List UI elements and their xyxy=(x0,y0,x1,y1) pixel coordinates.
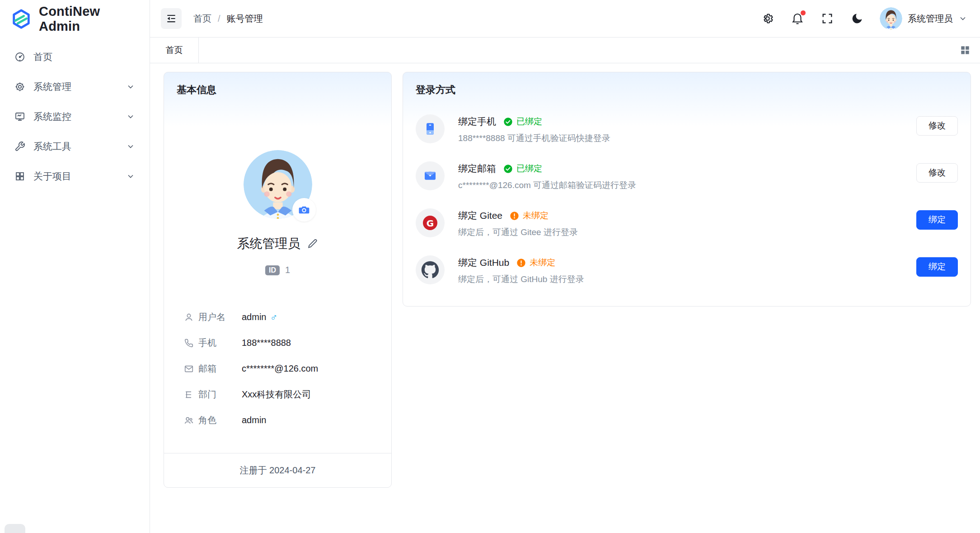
tab-home[interactable]: 首页 xyxy=(150,38,199,63)
settings-icon xyxy=(14,81,25,92)
sidebar-item-about-project[interactable]: 关于项目 xyxy=(5,162,144,190)
card-title: 登录方式 xyxy=(403,72,971,97)
login-method-github: 绑定 GitHub 未绑定 绑定后，可通过 GitHub 进行登录 绑定 xyxy=(416,255,958,285)
tab-bar-actions xyxy=(959,38,980,63)
user-icon xyxy=(184,312,194,322)
status-badge: 已绑定 xyxy=(516,163,542,175)
sidebar-item-label: 系统监控 xyxy=(33,110,118,123)
tab-label: 首页 xyxy=(166,44,183,56)
sidebar-item-label: 关于项目 xyxy=(33,170,118,183)
change-avatar-button[interactable] xyxy=(292,198,316,222)
logo-icon xyxy=(11,9,32,29)
sidebar-item-label: 系统管理 xyxy=(33,80,118,93)
field-value: Xxx科技有限公司 xyxy=(242,388,311,401)
dashboard-icon xyxy=(14,52,25,62)
mail-app-icon xyxy=(416,161,445,190)
notification-badge xyxy=(801,10,806,15)
male-icon: ♂ xyxy=(270,312,277,322)
sidebar-item-home[interactable]: 首页 xyxy=(5,43,144,71)
login-method-title: 绑定邮箱 xyxy=(458,162,496,175)
id-badge: ID xyxy=(265,265,280,275)
profile-fields: 用户名 admin ♂ 手机 188****8888 xyxy=(164,304,391,433)
logo[interactable]: ContiNew Admin xyxy=(0,0,150,38)
id-value: 1 xyxy=(285,265,290,275)
field-label: 手机 xyxy=(198,337,216,349)
status-badge: 未绑定 xyxy=(523,210,549,222)
field-value: c********@126.com xyxy=(242,363,318,374)
status-badge: 未绑定 xyxy=(530,257,555,269)
menu-fold-icon xyxy=(165,13,177,24)
sidebar-item-label: 系统工具 xyxy=(33,140,118,153)
settings-button[interactable] xyxy=(760,11,775,26)
check-circle-icon xyxy=(503,164,513,174)
registered-date: 注册于 2024-04-27 xyxy=(164,453,391,487)
field-phone: 手机 188****8888 xyxy=(184,330,391,356)
field-value: admin xyxy=(242,415,266,425)
login-method-desc: 绑定后，可通过 Gitee 进行登录 xyxy=(458,226,903,238)
apps-icon xyxy=(14,171,25,182)
app-window: ContiNew Admin 首页 系 xyxy=(0,0,980,533)
field-role: 角色 admin xyxy=(184,407,391,433)
bind-github-button[interactable]: 绑定 xyxy=(916,257,958,277)
login-method-phone: 绑定手机 已绑定 188****8888 可通过手机验证码快捷登录 修改 xyxy=(416,114,958,144)
fullscreen-icon xyxy=(821,12,834,25)
mail-icon xyxy=(184,364,194,374)
chevron-down-icon xyxy=(958,14,967,23)
field-value: admin xyxy=(242,312,266,322)
field-email: 邮箱 c********@126.com xyxy=(184,356,391,382)
chevron-down-icon xyxy=(126,172,135,181)
tab-grid-icon[interactable] xyxy=(959,44,971,56)
avatar xyxy=(880,7,902,30)
moon-icon xyxy=(851,12,863,25)
login-method-desc: 188****8888 可通过手机验证码快捷登录 xyxy=(458,132,903,144)
status-badge: 已绑定 xyxy=(516,116,542,127)
page-content: 基本信息 系统管理员 xyxy=(150,63,980,533)
chevron-down-icon xyxy=(126,142,135,151)
notifications-button[interactable] xyxy=(790,11,805,26)
modify-email-button[interactable]: 修改 xyxy=(916,163,958,183)
field-username: 用户名 admin ♂ xyxy=(184,304,391,330)
breadcrumb-home[interactable]: 首页 xyxy=(193,13,211,25)
top-header: 首页 / 账号管理 xyxy=(150,0,980,38)
field-value: 188****8888 xyxy=(242,338,291,348)
exclamation-circle-icon xyxy=(510,211,519,221)
sidebar-menu: 首页 系统管理 xyxy=(0,38,150,196)
breadcrumb-current: 账号管理 xyxy=(227,13,263,25)
sidebar-item-system-tools[interactable]: 系统工具 xyxy=(5,132,144,160)
login-method-desc: c********@126.com 可通过邮箱验证码进行登录 xyxy=(458,179,903,191)
login-method-email: 绑定邮箱 已绑定 c********@126.com 可通过邮箱验证码进行登录 … xyxy=(416,161,958,191)
gitee-icon: G xyxy=(416,208,445,237)
sidebar-item-system-management[interactable]: 系统管理 xyxy=(5,73,144,101)
wrench-icon xyxy=(14,141,25,152)
chevron-down-icon xyxy=(126,112,135,121)
modify-phone-button[interactable]: 修改 xyxy=(916,116,958,136)
user-id-row: ID 1 xyxy=(164,265,391,275)
bind-gitee-button[interactable]: 绑定 xyxy=(916,210,958,230)
fullscreen-button[interactable] xyxy=(820,11,835,26)
field-label: 部门 xyxy=(198,388,216,401)
login-methods-card: 登录方式 xyxy=(403,72,971,307)
gear-icon xyxy=(761,12,774,25)
phone-app-icon xyxy=(416,114,445,143)
dark-mode-button[interactable] xyxy=(850,11,864,26)
sidebar: ContiNew Admin 首页 系 xyxy=(0,0,150,533)
sidebar-bottom-button[interactable] xyxy=(5,524,25,533)
svg-text:G: G xyxy=(427,218,434,229)
user-menu[interactable]: 系统管理员 xyxy=(880,7,967,30)
camera-icon xyxy=(298,204,310,216)
app-title: ContiNew Admin xyxy=(39,4,139,34)
field-department: 部门 Xxx科技有限公司 xyxy=(184,382,391,407)
breadcrumb: 首页 / 账号管理 xyxy=(193,13,263,25)
sidebar-item-system-monitor[interactable]: 系统监控 xyxy=(5,103,144,131)
sidebar-item-label: 首页 xyxy=(33,51,135,63)
exclamation-circle-icon xyxy=(516,258,526,268)
login-method-title: 绑定手机 xyxy=(458,115,496,128)
tree-icon xyxy=(184,390,194,400)
login-method-desc: 绑定后，可通过 GitHub 进行登录 xyxy=(458,274,903,285)
field-label: 邮箱 xyxy=(198,363,216,375)
monitor-icon xyxy=(14,111,25,122)
field-label: 用户名 xyxy=(198,311,225,323)
user-display-name: 系统管理员 xyxy=(237,235,300,252)
edit-name-button[interactable] xyxy=(307,238,319,250)
menu-fold-button[interactable] xyxy=(161,8,182,29)
